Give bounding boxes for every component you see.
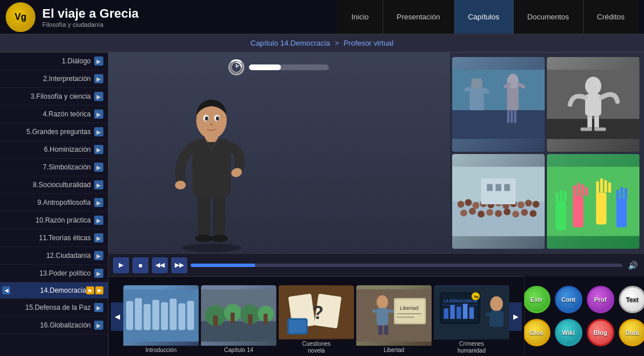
svg-point-59 xyxy=(530,210,537,217)
svg-rect-61 xyxy=(487,184,493,191)
stop-button[interactable]: ■ xyxy=(132,257,148,273)
sidebar-item-9[interactable]: 9.Antropofilosofía ▶ xyxy=(0,194,108,212)
glos-button[interactable]: Glos xyxy=(523,319,550,346)
tab-inicio[interactable]: Inicio xyxy=(337,0,382,34)
svg-rect-19 xyxy=(469,87,484,111)
sidebar-arrow-8: ▶ xyxy=(94,180,103,189)
svg-rect-81 xyxy=(621,187,623,200)
sidebar-item-5[interactable]: 5.Grandes preguntas ▶ xyxy=(0,123,108,141)
video-main[interactable] xyxy=(108,52,450,253)
strip-label-2: Cuestiones novela xyxy=(279,339,354,354)
sidebar-item-13[interactable]: 13.Poder político ▶ xyxy=(0,265,108,282)
svg-rect-86 xyxy=(144,304,151,330)
sidebar-label-1: 1.Diálogo xyxy=(62,57,91,65)
sidebar-arrow-1: ▶ xyxy=(94,56,103,66)
breadcrumb-part1[interactable]: Capítulo 14.Democracia xyxy=(251,39,330,47)
blog-button[interactable]: Blog xyxy=(587,319,614,346)
volume-button[interactable]: 🔊 xyxy=(626,258,639,272)
thumb-strip: ◀ xyxy=(108,276,524,356)
strip-prev-button[interactable]: ◀ xyxy=(111,302,123,331)
thumb-hands[interactable] xyxy=(547,154,639,249)
thumb-statue2[interactable] xyxy=(547,57,639,152)
svg-point-41 xyxy=(465,199,472,206)
strip-item-2[interactable]: ? Cuestiones novela xyxy=(279,285,354,354)
play-button[interactable]: ▶ xyxy=(113,257,129,273)
color-btn-row-1: Extr Cont Prof Text xyxy=(523,286,645,313)
sidebar-item-3[interactable]: 3.Filosofía y ciencia ▶ xyxy=(0,88,108,106)
sidebar-arrow-5: ▶ xyxy=(94,127,103,136)
sidebar-item-16[interactable]: 16.Globalización ▶ xyxy=(0,317,108,334)
svg-rect-129 xyxy=(469,307,474,318)
strip-item-4[interactable]: LA DEMOCRACIA Vg xyxy=(434,285,509,354)
logo-icon: Vg xyxy=(6,2,35,32)
breadcrumb-part2: Profesor virtual xyxy=(344,39,393,47)
svg-point-57 xyxy=(512,211,519,217)
sidebar-label-13: 13.Poder político xyxy=(39,269,91,277)
svg-rect-4 xyxy=(198,193,210,237)
dida-button[interactable]: Didá xyxy=(619,319,645,346)
sidebar-item-11[interactable]: 11.Teorías éticas ▶ xyxy=(0,229,108,247)
cont-button[interactable]: Cont xyxy=(555,286,582,313)
svg-rect-33 xyxy=(585,94,601,116)
svg-text:Libertad: Libertad xyxy=(400,305,418,310)
timeline-bar[interactable] xyxy=(191,264,622,267)
sidebar-item-2[interactable]: 2.Interpretación ▶ xyxy=(0,70,108,88)
extr-button[interactable]: Extr xyxy=(523,286,550,313)
next-button[interactable]: ▶▶ xyxy=(171,257,187,273)
video-controls: ▶ ■ ◀◀ ▶▶ 🔊 xyxy=(108,253,644,276)
sidebar-item-6[interactable]: 6.Hominización ▶ xyxy=(0,141,108,159)
svg-rect-66 xyxy=(556,193,558,203)
prev-button[interactable]: ◀◀ xyxy=(152,257,168,273)
sidebar-item-7[interactable]: 7.Simbolización ▶ xyxy=(0,159,108,176)
sidebar-label-12: 12.Ciudadanía xyxy=(46,252,91,260)
svg-rect-60 xyxy=(481,179,516,205)
strip-item-1[interactable]: Capítulo 14 xyxy=(201,285,276,354)
svg-rect-116 xyxy=(396,300,424,322)
sidebar-item-1[interactable]: 1.Diálogo ▶ xyxy=(0,52,108,70)
sidebar-item-14[interactable]: ◀ 14.Democracia ▶ ▶ xyxy=(0,282,108,299)
svg-rect-127 xyxy=(457,306,461,318)
strip-items: Introducción xyxy=(123,280,509,354)
sidebar-arrow-11: ▶ xyxy=(94,233,103,242)
sidebar-item-12[interactable]: 12.Ciudadanía ▶ xyxy=(0,247,108,265)
sidebar-double-arrow-b: ▶ xyxy=(95,286,103,294)
svg-rect-85 xyxy=(135,298,142,330)
sidebar-item-15[interactable]: 15.Defensa de la Paz ▶ xyxy=(0,299,108,317)
strip-item-3[interactable]: Libertad Libertad xyxy=(356,285,432,354)
sidebar-left-nav: ◀ xyxy=(2,286,10,294)
svg-rect-68 xyxy=(564,191,566,201)
site-subtitle: Filosofía y ciudadanía xyxy=(42,21,139,28)
svg-rect-78 xyxy=(608,183,611,193)
thumb-statues[interactable] xyxy=(452,57,545,152)
svg-rect-65 xyxy=(556,201,566,230)
tab-capitulos[interactable]: Capítulos xyxy=(454,0,513,34)
tab-presentacion[interactable]: Presentación xyxy=(383,0,454,34)
svg-rect-77 xyxy=(604,180,607,193)
thumb-crowd[interactable] xyxy=(452,154,545,249)
sidebar-label-10: 10.Razón práctica xyxy=(35,216,91,224)
svg-point-6 xyxy=(195,234,212,242)
sidebar-label-8: 8.Socioculturalidad xyxy=(33,181,91,189)
sidebar-item-10[interactable]: 10.Razón práctica ▶ xyxy=(0,212,108,229)
sidebar-label-15: 15.Defensa de la Paz xyxy=(25,304,91,312)
svg-rect-8 xyxy=(192,139,231,197)
wiki-button[interactable]: Wiki xyxy=(555,319,582,346)
sidebar-arrow-13: ▶ xyxy=(94,269,103,278)
svg-point-53 xyxy=(478,211,485,217)
color-btn-row-2: Glos Wiki Blog Didá xyxy=(523,319,645,346)
prof-button[interactable]: Prof xyxy=(587,286,614,313)
sidebar-double-arrow-14: ▶ ▶ xyxy=(86,286,103,294)
strip-thumb-0 xyxy=(123,285,199,346)
timeline-fill xyxy=(191,264,255,267)
svg-rect-73 xyxy=(585,187,588,196)
strip-label-0: Introducción xyxy=(123,346,199,354)
svg-text:Vg: Vg xyxy=(474,294,478,298)
text-button[interactable]: Text xyxy=(619,286,645,313)
sidebar-item-4[interactable]: 4.Razón teórica ▶ xyxy=(0,106,108,123)
strip-thumb-4: LA DEMOCRACIA Vg xyxy=(434,285,509,339)
tab-creditos[interactable]: Créditos xyxy=(583,0,638,34)
tab-documentos[interactable]: Documentos xyxy=(513,0,583,34)
strip-next-button[interactable]: ▶ xyxy=(509,302,522,331)
sidebar-item-8[interactable]: 8.Socioculturalidad ▶ xyxy=(0,176,108,194)
strip-item-0[interactable]: Introducción xyxy=(123,285,199,354)
